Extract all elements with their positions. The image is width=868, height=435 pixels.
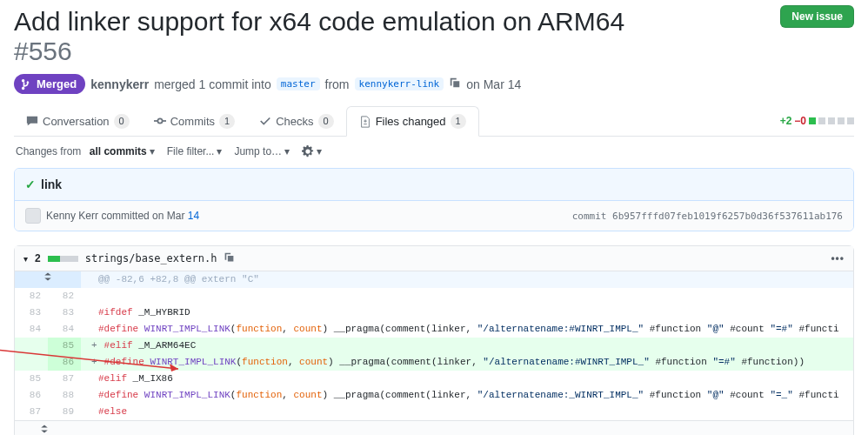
svg-point-2	[157, 118, 162, 123]
checks-icon	[259, 115, 271, 127]
code-line[interactable]: #else	[81, 404, 853, 420]
file-filter-dropdown[interactable]: File filter... ▾	[167, 145, 223, 157]
line-number-new: 83	[48, 304, 81, 321]
line-number-new: 88	[48, 387, 81, 404]
comment-icon	[26, 115, 38, 127]
pr-number: #556	[14, 35, 780, 68]
code-line[interactable]: #define WINRT_IMPL_LINK(function, count)…	[81, 321, 853, 338]
line-number-new: 89	[48, 404, 81, 420]
diffstat: +2 −0	[780, 106, 854, 136]
check-icon: ✓	[25, 177, 36, 191]
merge-state-badge: Merged	[14, 74, 85, 94]
line-number-new: 82	[48, 288, 81, 304]
committer-name: Kenny Kerr	[46, 210, 98, 222]
pr-title: Add linker support for x64 code emulatio…	[14, 5, 780, 67]
gear-icon	[302, 145, 314, 157]
base-branch[interactable]: master	[277, 77, 320, 90]
commit-summary-box: ✓ link Kenny Kerr committed on Mar 14 co…	[14, 168, 854, 231]
jump-to-dropdown[interactable]: Jump to… ▾	[234, 145, 290, 157]
tab-conversation[interactable]: Conversation0	[14, 106, 142, 136]
diff-settings-button[interactable]: ▾	[302, 145, 322, 157]
author-link[interactable]: kennykerr	[90, 77, 149, 91]
tab-checks[interactable]: Checks0	[247, 106, 345, 136]
expand-down-icon	[39, 424, 50, 434]
line-number-old: 87	[15, 404, 48, 420]
file-diff-icon	[359, 116, 371, 128]
code-line[interactable]: + #define WINRT_IMPL_LINK(function, coun…	[81, 354, 853, 371]
head-branch[interactable]: kennykerr-link	[355, 77, 444, 90]
code-line[interactable]	[81, 288, 853, 304]
changes-from-dropdown[interactable]: Changes from all commits ▾	[16, 145, 155, 157]
commit-date-link[interactable]: 14	[188, 210, 199, 222]
expand-down-row[interactable]	[15, 420, 853, 435]
commit-sha[interactable]: 6b957fffd07feb1019f6257b0d36f537611ab176	[612, 211, 843, 222]
line-number-old: 86	[15, 387, 48, 404]
code-line[interactable]: #elif _M_IX86	[81, 371, 853, 387]
collapse-file-icon[interactable]: ▾	[23, 254, 28, 264]
diff-bars	[48, 256, 78, 262]
line-number-new: 84	[48, 321, 81, 338]
diff-table: @@ -82,6 +82,8 @@ extern "C" 82828383#if…	[15, 271, 853, 420]
tab-commits[interactable]: Commits1	[142, 106, 247, 136]
file-diff-box: ▾ 2 strings/base_extern.h ••• @@ -82,6 +…	[14, 245, 854, 435]
code-line[interactable]: + #elif _M_ARM64EC	[81, 338, 853, 354]
svg-marker-1	[170, 364, 178, 371]
tab-files-changed[interactable]: Files changed1	[346, 106, 479, 137]
svg-line-0	[0, 350, 178, 369]
line-number-old: 84	[15, 321, 48, 338]
code-line[interactable]: #define WINRT_IMPL_LINK(function, count)…	[81, 387, 853, 404]
annotation-arrow	[0, 348, 187, 374]
new-issue-button[interactable]: New issue	[780, 5, 854, 28]
expand-up-icon[interactable]	[15, 271, 81, 288]
commit-icon	[154, 115, 166, 127]
copy-path-icon[interactable]	[224, 251, 235, 265]
line-number-old: 82	[15, 288, 48, 304]
avatar[interactable]	[25, 208, 41, 224]
commit-title: link	[41, 177, 62, 191]
copy-branch-icon[interactable]	[449, 77, 461, 91]
file-menu-button[interactable]: •••	[831, 252, 845, 264]
code-line[interactable]: #ifdef _M_HYBRID	[81, 304, 853, 321]
hunk-header: @@ -82,6 +82,8 @@ extern "C"	[81, 271, 853, 288]
line-number-old: 83	[15, 304, 48, 321]
file-path[interactable]: strings/base_extern.h	[85, 252, 217, 264]
merge-icon	[21, 78, 33, 90]
